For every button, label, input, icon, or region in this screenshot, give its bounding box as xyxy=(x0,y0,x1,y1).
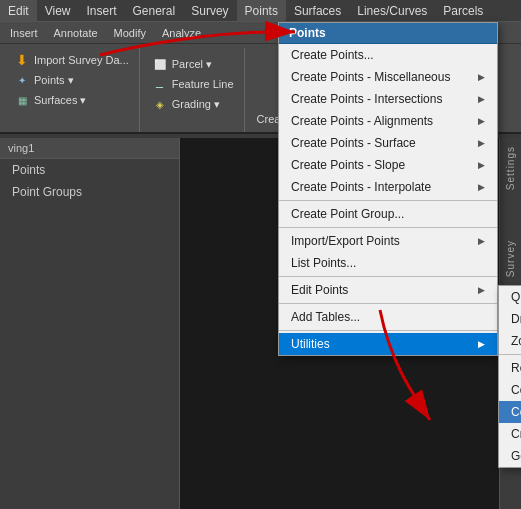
arrow-icon: ▶ xyxy=(478,160,485,170)
import-survey-button[interactable]: ⬇ Import Survey Da... xyxy=(10,50,133,70)
menu-bar: Edit View Insert General Survey Points S… xyxy=(0,0,521,22)
toolbar-insert[interactable]: Insert xyxy=(4,27,44,39)
arrow-icon: ▶ xyxy=(478,285,485,295)
menu-create-points-surface[interactable]: Create Points - Surface ▶ xyxy=(279,132,497,154)
sub-convert-land[interactable]: Convert Land Desktop Points... xyxy=(499,379,521,401)
menu-import-export-points[interactable]: Import/Export Points ▶ xyxy=(279,230,497,252)
menu-create-points-alignments[interactable]: Create Points - Alignments ▶ xyxy=(279,110,497,132)
parcel-button[interactable]: ⬜ Parcel ▾ xyxy=(148,54,216,74)
menu-edit-points[interactable]: Edit Points ▶ xyxy=(279,279,497,301)
menu-list-points[interactable]: List Points... xyxy=(279,252,497,274)
parcel-icon: ⬜ xyxy=(152,56,168,72)
arrow-icon: ▶ xyxy=(478,72,485,82)
left-panel-title: ving1 xyxy=(0,138,179,159)
settings-label[interactable]: Settings xyxy=(505,146,516,190)
left-panel: ving1 Points Point Groups xyxy=(0,138,180,509)
sub-zoom-extents[interactable]: Zoom to Project Extents xyxy=(499,330,521,352)
sub-draw-extents[interactable]: Draw Project Extents xyxy=(499,308,521,330)
menu-view[interactable]: View xyxy=(37,0,79,21)
menu-create-points-misc[interactable]: Create Points - Miscellaneous ▶ xyxy=(279,66,497,88)
sub-geodetic[interactable]: Geodetic Calculator... xyxy=(499,445,521,467)
import-survey-icon: ⬇ xyxy=(14,52,30,68)
arrow-icon: ▶ xyxy=(478,182,485,192)
left-panel-item-points[interactable]: Points xyxy=(0,159,179,181)
menu-survey[interactable]: Survey xyxy=(183,0,236,21)
toolbar-annotate[interactable]: Annotate xyxy=(48,27,104,39)
ribbon-group-parcel: ⬜ Parcel ▾ ⚊ Feature Line ◈ Grading ▾ xyxy=(142,48,245,132)
surfaces-icon: ▦ xyxy=(14,92,30,108)
menu-create-points-interpolate[interactable]: Create Points - Interpolate ▶ xyxy=(279,176,497,198)
arrow-icon: ▶ xyxy=(478,138,485,148)
menu-create-point-group[interactable]: Create Point Group... xyxy=(279,203,497,225)
grading-icon: ◈ xyxy=(152,96,168,112)
survey-label[interactable]: Survey xyxy=(505,240,516,277)
menu-lines-curves[interactable]: Lines/Curves xyxy=(349,0,435,21)
sub-create-blocks[interactable]: Create Blocks from COGO Points... xyxy=(499,423,521,445)
surfaces-button[interactable]: ▦ Surfaces ▾ xyxy=(10,90,90,110)
menu-create-points[interactable]: Create Points... xyxy=(279,44,497,66)
separator1 xyxy=(279,200,497,201)
arrow-icon: ▶ xyxy=(478,116,485,126)
sub-quick-view[interactable]: Quick View Project xyxy=(499,286,521,308)
feature-line-icon: ⚊ xyxy=(152,76,168,92)
menu-edit[interactable]: Edit xyxy=(0,0,37,21)
sub-convert-autocad[interactable]: Convert from AutoCAD Points xyxy=(499,401,521,423)
menu-surfaces[interactable]: Surfaces xyxy=(286,0,349,21)
menu-general[interactable]: General xyxy=(125,0,184,21)
points-icon: ✦ xyxy=(14,72,30,88)
arrow-icon: ▶ xyxy=(478,339,485,349)
sub-replace-softdesk[interactable]: Replace Softdesk Point Blocks xyxy=(499,357,521,379)
menu-parcels[interactable]: Parcels xyxy=(435,0,491,21)
utilities-submenu: Quick View Project Draw Project Extents … xyxy=(498,285,521,468)
menu-utilities[interactable]: Utilities ▶ xyxy=(279,333,497,355)
sub-separator1 xyxy=(499,354,521,355)
arrow-icon: ▶ xyxy=(478,236,485,246)
separator4 xyxy=(279,303,497,304)
separator5 xyxy=(279,330,497,331)
separator2 xyxy=(279,227,497,228)
toolbar-analyze[interactable]: Analyze xyxy=(156,27,207,39)
menu-insert[interactable]: Insert xyxy=(78,0,124,21)
points-menu-header: Points xyxy=(279,23,497,44)
menu-create-points-intersections[interactable]: Create Points - Intersections ▶ xyxy=(279,88,497,110)
menu-add-tables[interactable]: Add Tables... xyxy=(279,306,497,328)
points-button[interactable]: ✦ Points ▾ xyxy=(10,70,78,90)
grading-button[interactable]: ◈ Grading ▾ xyxy=(148,94,224,114)
arrow-icon: ▶ xyxy=(478,94,485,104)
feature-line-button[interactable]: ⚊ Feature Line xyxy=(148,74,238,94)
separator3 xyxy=(279,276,497,277)
left-panel-item-point-groups[interactable]: Point Groups xyxy=(0,181,179,203)
menu-points[interactable]: Points xyxy=(237,0,286,21)
menu-create-points-slope[interactable]: Create Points - Slope ▶ xyxy=(279,154,497,176)
toolbar-modify[interactable]: Modify xyxy=(108,27,152,39)
ribbon-group-survey: ⬇ Import Survey Da... ✦ Points ▾ ▦ Surfa… xyxy=(4,48,140,132)
points-dropdown: Points Create Points... Create Points - … xyxy=(278,22,498,356)
